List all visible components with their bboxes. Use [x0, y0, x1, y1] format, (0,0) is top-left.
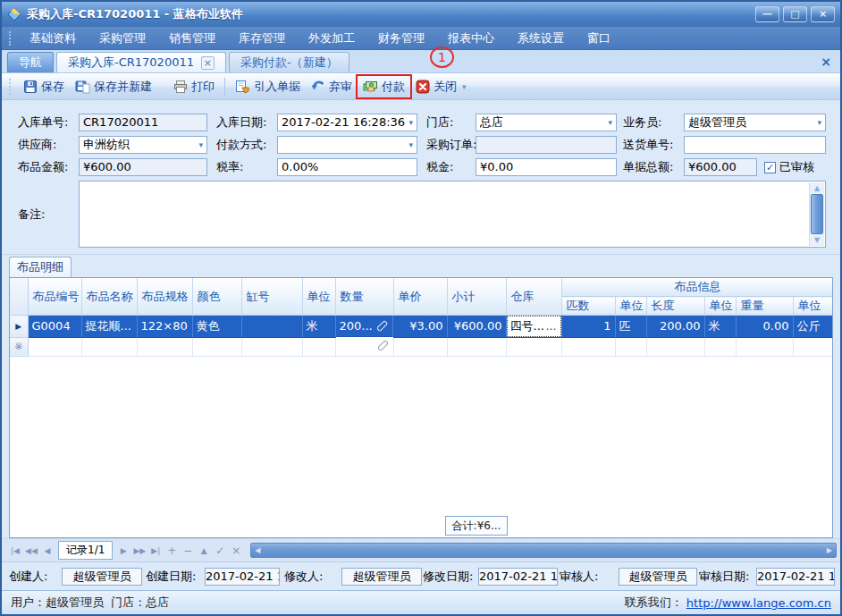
table-cell-empty[interactable]: [28, 337, 81, 356]
nav-delete-button[interactable]: −: [181, 544, 195, 557]
col-header-rolls[interactable]: 匹数: [561, 297, 615, 316]
reject-approval-button[interactable]: 弃审: [306, 76, 358, 97]
menu-item-basic-data[interactable]: 基础资料: [18, 27, 88, 50]
cell-rolls-unit[interactable]: 匹: [615, 316, 646, 338]
tab-close-icon[interactable]: ×: [201, 56, 215, 70]
cell-fabric-name[interactable]: 提花顺...: [81, 316, 137, 338]
dropdown-arrow-icon[interactable]: ▾: [408, 137, 413, 153]
minimize-button[interactable]: —: [755, 6, 779, 22]
table-cell-empty[interactable]: [704, 337, 736, 356]
save-button[interactable]: 保存: [18, 76, 70, 97]
col-header-weight-unit[interactable]: 单位: [793, 297, 833, 316]
col-header-length[interactable]: 长度: [646, 297, 704, 316]
cell-color[interactable]: 黄色: [192, 316, 241, 338]
col-header-rolls-unit[interactable]: 单位: [615, 297, 646, 316]
col-header-dyelot[interactable]: 缸号: [241, 278, 302, 316]
nav-prev-page-button[interactable]: ◀◀: [24, 544, 38, 557]
col-header-subtotal[interactable]: 小计: [447, 278, 506, 316]
nav-prev-button[interactable]: ◀: [40, 544, 55, 557]
table-cell-empty[interactable]: [506, 337, 561, 356]
table-row-selected[interactable]: ▶ G0004 提花顺... 122×80 黄色 米 200...: [10, 316, 833, 338]
col-header-warehouse[interactable]: 仓库: [506, 278, 561, 316]
nav-next-page-button[interactable]: ▶▶: [132, 544, 147, 557]
tabbar-close-icon[interactable]: ×: [821, 55, 831, 69]
tax-rate-field[interactable]: 0.00%: [277, 158, 417, 176]
table-cell-empty[interactable]: [793, 337, 833, 356]
ellipsis-button[interactable]: …: [546, 322, 558, 331]
menu-item-outsourcing[interactable]: 外发加工: [297, 27, 366, 50]
cell-unit-price[interactable]: ¥3.00: [393, 316, 447, 338]
col-header-color[interactable]: 颜色: [192, 278, 241, 316]
col-header-fabric-name[interactable]: 布品名称: [81, 278, 137, 316]
cell-weight-unit[interactable]: 公斤: [793, 316, 833, 338]
approved-checkbox[interactable]: ✓ 已审核: [764, 158, 814, 176]
maximize-button[interactable]: □: [783, 6, 807, 22]
supplier-combo[interactable]: 申洲纺织▾: [79, 136, 207, 154]
tab-fabric-detail[interactable]: 布品明细: [9, 257, 72, 277]
nav-first-button[interactable]: |◀: [8, 544, 22, 557]
nav-last-button[interactable]: ▶|: [148, 544, 163, 557]
close-tab-button[interactable]: 关闭 ▾: [410, 76, 472, 97]
table-cell-empty[interactable]: [736, 337, 793, 356]
col-header-quantity[interactable]: 数量: [335, 278, 393, 316]
table-cell-empty[interactable]: [137, 337, 192, 356]
new-row-indicator[interactable]: ※: [10, 337, 28, 356]
col-header-fabric-spec[interactable]: 布品规格: [137, 278, 192, 316]
table-cell-empty[interactable]: [192, 337, 241, 356]
cell-dyelot[interactable]: [241, 316, 302, 338]
tab-purchase-inbound[interactable]: 采购入库-CR17020011 ×: [56, 52, 226, 72]
nav-next-button[interactable]: ▶: [116, 544, 131, 557]
scroll-up-icon[interactable]: ▲: [810, 182, 824, 194]
remark-textarea[interactable]: ▲ ▼: [79, 181, 826, 248]
table-cell-empty[interactable]: [241, 337, 302, 356]
table-cell-empty[interactable]: [447, 337, 506, 356]
pay-button[interactable]: 付款: [358, 76, 410, 97]
vertical-scrollbar[interactable]: ▲ ▼: [809, 182, 824, 246]
pay-method-combo[interactable]: ▾: [277, 136, 417, 154]
menu-item-inventory[interactable]: 库存管理: [227, 27, 297, 50]
cell-warehouse[interactable]: 四号... …: [506, 316, 561, 338]
menu-item-finance[interactable]: 财务管理: [366, 27, 436, 50]
cell-length[interactable]: 200.00: [646, 316, 704, 338]
cell-quantity[interactable]: 200...: [336, 316, 394, 337]
salesman-combo[interactable]: 超级管理员▾: [684, 114, 826, 131]
col-header-weight[interactable]: 重量: [736, 297, 793, 316]
tab-navigation[interactable]: 导航: [7, 52, 54, 72]
current-row-indicator[interactable]: ▶: [10, 316, 28, 338]
menu-item-sales[interactable]: 销售管理: [157, 27, 227, 50]
print-button[interactable]: 打印: [168, 76, 220, 97]
horizontal-scrollbar[interactable]: ◀ ▶: [250, 543, 837, 558]
table-cell-empty[interactable]: [335, 337, 393, 356]
scroll-left-icon[interactable]: ◀: [251, 546, 264, 554]
close-button[interactable]: ×: [811, 6, 835, 22]
in-date-combo[interactable]: 2017-02-21 16:28:36▾: [277, 114, 417, 131]
cell-length-unit[interactable]: 米: [704, 316, 736, 338]
tab-purchase-payment[interactable]: 采购付款-（新建）: [229, 52, 349, 72]
nav-edit-button[interactable]: ▲: [197, 544, 211, 557]
scrollbar-thumb[interactable]: [811, 194, 823, 234]
nav-insert-button[interactable]: +: [164, 544, 179, 557]
table-cell-empty[interactable]: [615, 337, 646, 356]
dropdown-arrow-icon[interactable]: ▾: [408, 114, 413, 131]
save-and-new-button[interactable]: 保存并新建: [70, 76, 157, 97]
warehouse-editor[interactable]: 四号... …: [507, 316, 561, 337]
col-header-length-unit[interactable]: 单位: [704, 297, 736, 316]
table-cell-empty[interactable]: [646, 337, 704, 356]
table-cell-empty[interactable]: [302, 337, 335, 356]
delivery-no-field[interactable]: [684, 136, 826, 154]
menu-item-purchase[interactable]: 采购管理: [88, 27, 157, 50]
cell-unit[interactable]: 米: [302, 316, 335, 338]
nav-cancel-button[interactable]: ×: [229, 544, 243, 557]
chevron-down-icon[interactable]: ▾: [462, 82, 467, 91]
col-header-unit[interactable]: 单位: [302, 278, 335, 316]
cell-weight[interactable]: 0.00: [736, 316, 793, 338]
menu-item-settings[interactable]: 系统设置: [506, 27, 576, 50]
menu-item-window[interactable]: 窗口: [576, 27, 622, 50]
menu-item-reports[interactable]: 报表中心: [436, 27, 506, 50]
dropdown-arrow-icon[interactable]: ▾: [817, 114, 821, 131]
cell-subtotal[interactable]: ¥600.00: [447, 316, 506, 338]
nav-post-button[interactable]: ✓: [213, 544, 227, 557]
scrollbar-thumb[interactable]: [264, 544, 822, 557]
cell-rolls[interactable]: 1: [561, 316, 615, 338]
col-header-unit-price[interactable]: 单价: [393, 278, 447, 316]
